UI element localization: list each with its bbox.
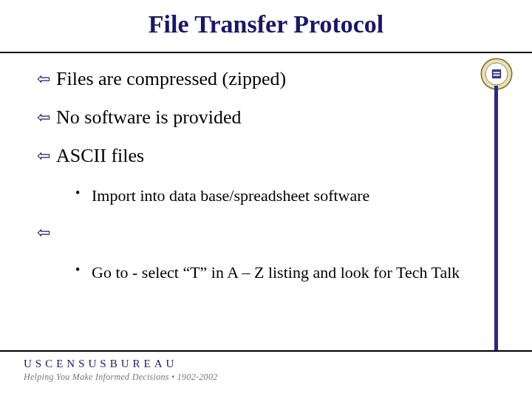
content-area: ⇦ Files are compressed (zipped) ⇦ No sof… xyxy=(37,68,480,299)
bullet-4-sub-text: Go to - select “T” in A – Z listing and … xyxy=(92,260,480,285)
footer-brand: USCENSUSBUREAU xyxy=(24,358,511,370)
bullet-3-sub-text: Import into data base/spreadsheet softwa… xyxy=(92,183,480,208)
slide-title: File Transfer Protocol xyxy=(0,10,532,38)
svg-rect-3 xyxy=(494,72,500,73)
bottom-rule xyxy=(0,350,532,352)
bullet-1-text: Files are compressed (zipped) xyxy=(56,68,480,90)
svg-rect-4 xyxy=(494,75,500,76)
bullet-3-text: ASCII files xyxy=(56,145,480,167)
dot-icon: • xyxy=(75,183,92,202)
slide: File Transfer Protocol ⇦ Files are compr… xyxy=(0,0,532,399)
bullet-4-sub: • Go to - select “T” in A – Z listing an… xyxy=(75,260,480,285)
footer: USCENSUSBUREAU Helping You Make Informed… xyxy=(24,358,511,383)
bullet-3-sub: • Import into data base/spreadsheet soft… xyxy=(75,183,480,208)
bullet-4: ⇦ xyxy=(37,222,480,244)
right-vertical-bar xyxy=(494,86,498,350)
arrow-icon: ⇦ xyxy=(37,145,56,167)
arrow-icon: ⇦ xyxy=(37,222,56,244)
bullet-3: ⇦ ASCII files xyxy=(37,145,480,167)
dot-icon: • xyxy=(75,260,92,279)
top-rule xyxy=(0,52,532,53)
footer-tagline: Helping You Make Informed Decisions • 19… xyxy=(24,372,511,383)
svg-rect-2 xyxy=(492,69,501,78)
bullet-1: ⇦ Files are compressed (zipped) xyxy=(37,68,480,90)
bullet-2: ⇦ No software is provided xyxy=(37,106,480,129)
arrow-icon: ⇦ xyxy=(37,68,56,90)
arrow-icon: ⇦ xyxy=(37,106,56,129)
bullet-2-text: No software is provided xyxy=(56,106,480,129)
